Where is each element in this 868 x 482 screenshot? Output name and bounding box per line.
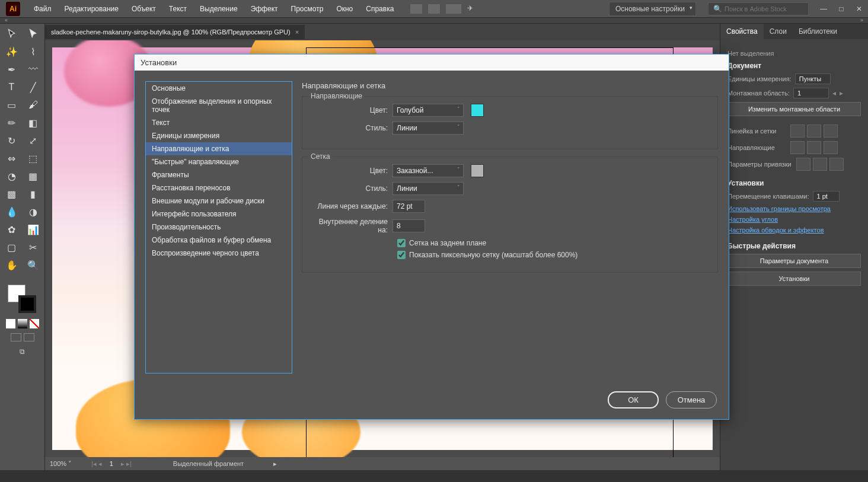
selection-tool[interactable] [2,26,21,42]
sidebar-item-fragments[interactable]: Фрагменты [146,168,292,181]
minimize-button[interactable]: — [815,0,832,18]
status-more-icon[interactable]: ▸ [273,460,277,468]
grid-color-swatch[interactable] [471,164,484,177]
gradient-tool[interactable]: ▮ [24,186,43,202]
sidebar-item-text[interactable]: Текст [146,116,292,129]
ok-button[interactable]: ОК [608,391,659,408]
blend-tool[interactable]: ◑ [24,204,43,219]
document-tab[interactable]: sladkoe-pechene-makaruny-sirop-butylka.j… [45,25,305,39]
eyedropper-tool[interactable]: 💧 [2,204,21,219]
type-tool[interactable]: T [2,79,21,95]
workspace-dropdown[interactable]: Основные настройки [609,2,696,16]
fill-stroke-swatch[interactable] [8,285,37,314]
artboard-number[interactable]: 1 [104,460,119,468]
zoom-dropdown[interactable]: 100% ˅ [50,460,85,468]
sidebar-item-files[interactable]: Обработка файлов и буфер обмена [146,234,292,247]
grid-style-dropdown[interactable]: Линии [392,182,464,195]
rectangle-tool[interactable]: ▭ [2,97,21,113]
snap-icon-1[interactable] [796,158,810,171]
close-button[interactable]: ✕ [850,0,868,18]
sidebar-item-anchors[interactable]: Отображение выделения и опорных точек [146,95,292,116]
grid-color-dropdown[interactable]: Заказной... [392,164,464,177]
grid-back-checkbox[interactable] [397,239,406,247]
color-solid-icon[interactable] [6,319,15,328]
mesh-tool[interactable]: ▩ [2,186,21,202]
menu-select[interactable]: Выделение [195,2,242,15]
tab-properties[interactable]: Свойства [720,24,764,39]
menu-effect[interactable]: Эффект [246,2,283,15]
last-artboard-icon[interactable]: ▸| [126,460,132,468]
snap-icon-3[interactable] [829,158,844,171]
shape-builder-tool[interactable]: ◔ [2,168,21,184]
menu-help[interactable]: Справка [361,2,398,15]
units-dropdown[interactable]: Пункты [795,74,831,84]
close-tab-icon[interactable]: × [295,28,299,36]
pen-tool[interactable]: ✒ [2,62,21,77]
tab-libraries[interactable]: Библиотеки [793,24,843,39]
maximize-button[interactable]: □ [832,0,850,18]
slice-tool[interactable]: ✂ [24,240,43,255]
scale-tool[interactable]: ⤢ [24,133,43,148]
guides-color-dropdown[interactable]: Голубой [392,104,464,117]
use-preview-link[interactable]: Использовать границы просмотра [727,205,861,212]
expand-left-icon[interactable]: « [5,17,8,23]
magic-wand-tool[interactable]: ✨ [2,44,21,59]
sidebar-item-general[interactable]: Основные [146,82,292,95]
ruler-grid-icon-3[interactable] [824,125,838,138]
sidebar-item-perf[interactable]: Производительность [146,221,292,234]
normal-screen-icon[interactable] [11,333,21,341]
perspective-tool[interactable]: ▦ [24,168,43,184]
lasso-tool[interactable]: ⌇ [24,44,43,59]
prev-ab-icon[interactable]: ◂ [832,89,836,97]
guides-icon-2[interactable] [807,141,821,154]
artboard-tool[interactable]: ▢ [2,240,21,255]
guides-icon-1[interactable] [790,141,805,154]
menu-edit[interactable]: Редактирование [60,2,123,15]
direct-select-tool[interactable] [24,26,43,42]
stroke-swatch[interactable] [18,295,36,313]
artboard-number-dropdown[interactable]: 1 [793,88,829,98]
color-gradient-icon[interactable] [18,319,27,328]
search-input[interactable] [725,5,803,12]
graph-tool[interactable]: 📊 [24,222,43,237]
arrange-icon[interactable] [446,4,461,14]
next-ab-icon[interactable]: ▸ [840,89,843,97]
menu-object[interactable]: Объект [127,2,161,15]
menu-text[interactable]: Текст [164,2,192,15]
kbd-value-input[interactable]: 1 pt [813,191,840,202]
expand-right-icon[interactable]: » [860,17,863,23]
sidebar-item-units[interactable]: Единицы измерения [146,129,292,142]
first-artboard-icon[interactable]: |◂ [91,460,97,468]
menu-window[interactable]: Окно [331,2,358,15]
guides-style-dropdown[interactable]: Линии [392,122,464,135]
prefs-button[interactable]: Установки [727,272,861,286]
grid-spacing-input[interactable] [392,200,425,213]
sidebar-item-guides-grid[interactable]: Направляющие и сетка [146,142,292,155]
stock-icon[interactable] [428,4,440,14]
grid-subdiv-input[interactable] [392,219,425,232]
line-tool[interactable]: ╱ [24,79,43,95]
sidebar-item-plugins[interactable]: Внешние модули и рабочие диски [146,194,292,208]
eraser-tool[interactable]: ◧ [24,115,43,130]
next-artboard-icon[interactable]: ▸ [121,460,125,468]
tab-layers[interactable]: Слои [764,24,793,39]
search-box[interactable]: 🔍 [708,2,809,15]
menu-view[interactable]: Просмотр [286,2,328,15]
share-icon[interactable]: ✈ [467,4,473,14]
ruler-grid-icon-2[interactable] [807,125,821,138]
symbol-sprayer-tool[interactable]: ✿ [2,222,21,237]
guides-color-swatch[interactable] [471,104,484,117]
cancel-button[interactable]: Отмена [666,391,717,408]
sidebar-item-hyphen[interactable]: Расстановка переносов [146,181,292,194]
sidebar-item-smart-guides[interactable]: "Быстрые" направляющие [146,155,292,168]
full-screen-icon[interactable] [24,333,34,341]
guides-icon-3[interactable] [824,141,838,154]
stroke-fx-link[interactable]: Настройка обводок и эффектов [727,226,861,234]
edit-artboards-button[interactable]: Изменить монтажные области [727,102,861,116]
change-screen-icon[interactable]: ⧉ [20,347,25,356]
prev-artboard-icon[interactable]: ◂ [98,460,102,468]
free-transform-tool[interactable]: ⬚ [24,151,43,166]
doc-params-button[interactable]: Параметры документа [727,254,861,268]
menu-file[interactable]: Файл [29,2,56,15]
rotate-tool[interactable]: ↻ [2,133,21,148]
